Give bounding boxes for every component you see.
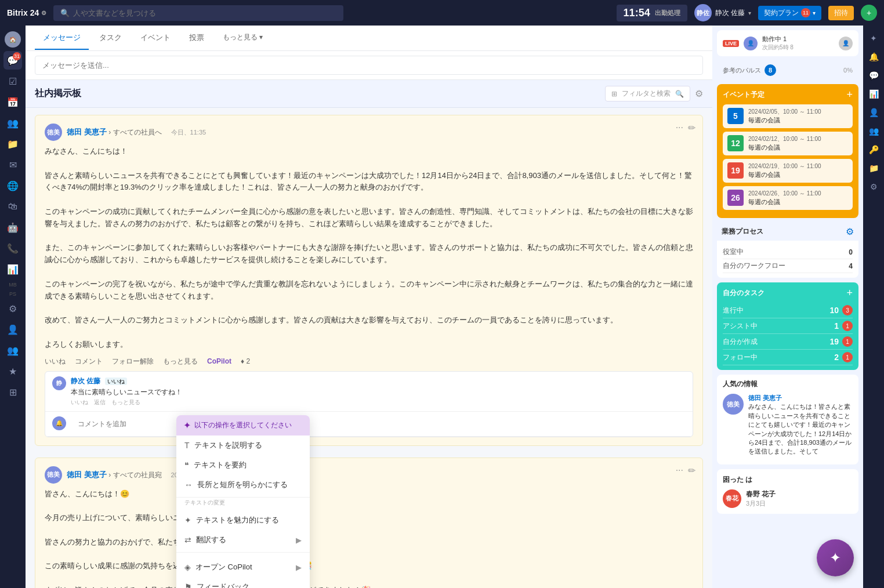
sidebar-ps-label: PS [9, 291, 16, 297]
context-menu-header: ✦ 以下の操作を選択してください [176, 415, 310, 435]
tab-votes[interactable]: 投票 [181, 27, 212, 50]
comment-actions[interactable]: いいね 返信 もっと見る [71, 398, 686, 406]
copilot-open-icon: ◈ [184, 562, 191, 572]
tab-more[interactable]: もっと見る ▾ [215, 27, 271, 49]
sidebar-crm[interactable]: 👥 [3, 114, 22, 132]
avatar: 静佐 [694, 4, 712, 21]
message-input-bar [26, 51, 712, 80]
plan-button[interactable]: 契約プラン 11 ▾ [758, 6, 821, 20]
like-button[interactable]: いいね [45, 357, 66, 366]
post-body-1: みなさん、こんにちは！ 皆さんと素晴らしいニュースを共有できることにとても興奮し… [45, 146, 693, 351]
sidebar-messages[interactable]: 💬 31 [3, 51, 22, 70]
right-panel: LIVE 👤 動作中 1 次回約5時 8 👤 参考のパルス 8 0% イベント予… [712, 26, 863, 588]
notification-icon[interactable]: + [861, 5, 877, 21]
event-time-1: 2024/02/05、10:00 ～ 11:00 [748, 108, 821, 116]
task-row-3: 自分が作成 19 1 [723, 334, 853, 350]
context-menu-improve[interactable]: ✦ テキストを魅力的にする [176, 510, 310, 530]
post-actions-top-2[interactable]: ··· ✏ [676, 465, 695, 476]
rs-icon-6[interactable]: 👥 [865, 123, 882, 139]
event-title-4: 毎週の会議 [748, 198, 821, 206]
rs-icon-4[interactable]: 📊 [865, 86, 882, 102]
tab-tasks[interactable]: タスク [91, 27, 130, 50]
events-add-icon[interactable]: + [846, 89, 853, 101]
event-date-3: 19 [727, 162, 744, 179]
post-author-1: 徳田 美恵子 [67, 128, 107, 136]
sidebar-group[interactable]: 👥 [3, 341, 22, 360]
rs-icon-2[interactable]: 🔔 [865, 49, 882, 65]
friends-title: 困った は [723, 475, 752, 485]
commenter-avatar-1: 静 [52, 376, 66, 390]
live-badge: LIVE [723, 40, 739, 47]
context-menu-feedback[interactable]: ⚑ フィードバック [176, 577, 310, 588]
board-header: 社内掲示板 ⊞ フィルタと検索 🔍 ⚙ [26, 80, 712, 108]
event-title-3: 毎週の会議 [748, 170, 821, 179]
message-input[interactable] [35, 56, 703, 75]
sidebar-people[interactable]: 👤 [3, 320, 22, 339]
friends-name-1: 春野 花子 [746, 489, 776, 499]
sidebar-sites[interactable]: 🌐 [3, 176, 22, 195]
comment-input[interactable] [78, 420, 165, 428]
invite-button[interactable]: 招待 [828, 6, 854, 20]
task-row-2: アシスト中 1 1 [723, 318, 853, 334]
left-sidebar: 🏠 💬 31 ☑ 📅 👥 📁 ✉ 🌐 🛍 🤖 📞 📊 MB PS ⚙ 👤 👥 ★… [0, 26, 26, 588]
search-input[interactable] [73, 9, 336, 17]
events-card: イベント予定 + 5 2024/02/05、10:00 ～ 11:00 毎週の会… [717, 84, 858, 218]
context-menu-pros-cons[interactable]: ↔ 長所と短所を明らかにする [176, 475, 310, 495]
follow-button[interactable]: フォロー解除 [112, 357, 154, 366]
comment-button[interactable]: コメント [75, 357, 103, 366]
sidebar-tasks[interactable]: ☑ [3, 72, 22, 90]
sidebar-mail[interactable]: ✉ [3, 155, 22, 174]
post-more-icon[interactable]: ··· [676, 122, 683, 133]
rs-icon-5[interactable]: 👤 [865, 104, 882, 121]
rs-icon-3[interactable]: 💬 [865, 67, 882, 84]
sidebar-drive[interactable]: 📁 [3, 135, 22, 153]
sidebar-star[interactable]: ★ [3, 362, 22, 380]
board-search[interactable]: ⊞ フィルタと検索 🔍 [605, 86, 690, 101]
comment-badge: いいね [105, 378, 127, 385]
right-sidebar: ✦ 🔔 💬 📊 👤 👥 🔑 📁 ⚙ [863, 26, 884, 588]
post-card-2: 徳美 徳田 美恵子 › すべての社員宛 2023/12/21 15:19 ···… [35, 458, 703, 588]
global-search[interactable]: 🔍 [53, 5, 343, 21]
rs-icon-7[interactable]: 🔑 [865, 141, 882, 158]
sidebar-analytics[interactable]: 📊 [3, 260, 22, 278]
post-edit-icon[interactable]: ✏ [688, 122, 695, 133]
post2-more-icon[interactable]: ··· [676, 465, 683, 476]
live-avatar: 👤 [744, 37, 758, 50]
rs-icon-1[interactable]: ✦ [865, 30, 882, 46]
sidebar-home[interactable]: 🏠 [5, 31, 21, 48]
tab-events[interactable]: イベント [132, 27, 179, 50]
context-menu-summarize[interactable]: ❝ テキストを要約 [176, 455, 310, 475]
sidebar-calendar[interactable]: 📅 [3, 93, 22, 111]
sidebar-mb-label: MB [9, 282, 17, 288]
more-button[interactable]: もっと見る [163, 357, 198, 366]
sidebar-shop[interactable]: 🛍 [3, 197, 22, 216]
rs-icon-9[interactable]: ⚙ [865, 179, 882, 195]
post-actions-top-1[interactable]: ··· ✏ [676, 122, 695, 133]
event-item-3: 19 2024/02/19、10:00 ～ 11:00 毎週の会議 [723, 159, 853, 183]
post-body-2: 皆さん、こんにちは！😊 今月の売り上げについて、素晴らしいニュー... 皆さんの… [45, 488, 693, 588]
copilot-count: ♦ 2 [241, 357, 250, 365]
sidebar-phone[interactable]: 📞 [3, 239, 22, 257]
copilot-button[interactable]: CoPilot [207, 357, 231, 365]
process-card: 業務プロセス ⚙ 役室中 0 自分のワークフロー 4 [717, 223, 858, 278]
tasks-add-icon[interactable]: + [846, 287, 853, 299]
feedback-icon: ⚑ [184, 582, 192, 588]
sidebar-grid[interactable]: ⊞ [3, 383, 22, 401]
sidebar-settings[interactable]: ⚙ [3, 299, 22, 318]
context-menu-explain[interactable]: T テキストを説明する [176, 435, 310, 455]
context-menu-translate[interactable]: ⇄ 翻訳する ▶ [176, 530, 310, 550]
post2-edit-icon[interactable]: ✏ [688, 465, 695, 476]
rs-icon-8[interactable]: 📁 [865, 160, 882, 176]
context-menu-open-copilot[interactable]: ◈ オープン CoPilot ▶ [176, 557, 310, 577]
user-info[interactable]: 静佐 静次 佐藤 ▾ [694, 4, 751, 21]
context-menu: ✦ 以下の操作を選択してください T テキストを説明する ❝ テキストを要約 ↔… [176, 415, 310, 588]
sidebar-robot[interactable]: 🤖 [3, 218, 22, 237]
pulse-bar: 参考のパルス 8 0% [717, 61, 858, 79]
process-settings-icon[interactable]: ⚙ [846, 226, 854, 237]
post-card-1: 徳美 徳田 美恵子 › すべての社員へ 今日、11:35 ··· ✏ みなさん、… [35, 115, 703, 446]
improve-icon: ✦ [184, 516, 191, 525]
ai-copilot-fab[interactable]: ✦ [817, 539, 854, 576]
tab-messages[interactable]: メッセージ [35, 27, 89, 50]
process-row-1: 役室中 0 [723, 245, 853, 259]
board-settings-icon[interactable]: ⚙ [695, 88, 703, 99]
